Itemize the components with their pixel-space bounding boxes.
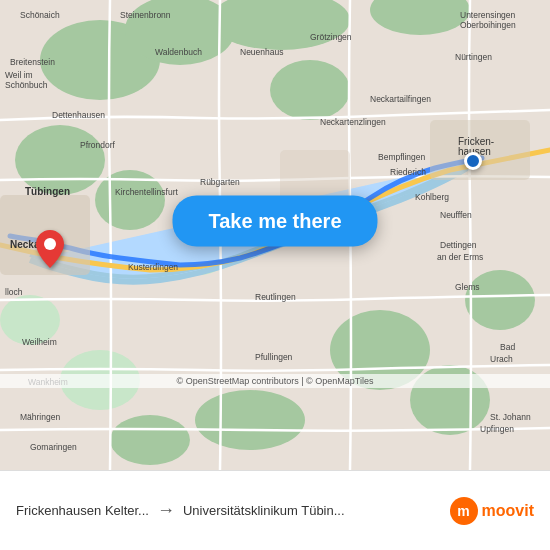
route-from-label: Frickenhausen Kelter... <box>16 503 149 518</box>
svg-text:Schönbuch: Schönbuch <box>5 80 48 90</box>
svg-text:Urach: Urach <box>490 354 513 364</box>
svg-text:Kohlberg: Kohlberg <box>415 192 449 202</box>
svg-rect-18 <box>280 150 350 200</box>
svg-text:Kirchentellinsfurt: Kirchentellinsfurt <box>115 187 178 197</box>
map-attribution: © OpenStreetMap contributors | © OpenMap… <box>0 374 550 388</box>
svg-text:Upfingen: Upfingen <box>480 424 514 434</box>
svg-point-11 <box>465 270 535 330</box>
svg-text:Reutlingen: Reutlingen <box>255 292 296 302</box>
svg-text:Neckartailfingen: Neckartailfingen <box>370 94 431 104</box>
svg-text:Neckartenzlingen: Neckartenzlingen <box>320 117 386 127</box>
svg-text:Oberboihingen: Oberboihingen <box>460 20 516 30</box>
svg-text:Pfrondorf: Pfrondorf <box>80 140 116 150</box>
route-info: Frickenhausen Kelter... → Universitätskl… <box>16 500 450 521</box>
svg-text:lloch: lloch <box>5 287 23 297</box>
svg-point-8 <box>270 60 350 120</box>
svg-text:Schönaich: Schönaich <box>20 10 60 20</box>
route-to-label: Universitätsklinikum Tübin... <box>183 503 345 518</box>
svg-text:Weil im: Weil im <box>5 70 33 80</box>
route-arrow-icon: → <box>157 500 175 521</box>
svg-text:Bempflingen: Bempflingen <box>378 152 426 162</box>
svg-point-5 <box>15 125 105 195</box>
svg-text:Kusterdingen: Kusterdingen <box>128 262 178 272</box>
take-me-there-button[interactable]: Take me there <box>172 195 377 246</box>
moovit-wordmark: moovit <box>482 502 534 520</box>
svg-text:Dettenhausen: Dettenhausen <box>52 110 105 120</box>
svg-text:Breitenstein: Breitenstein <box>10 57 55 67</box>
svg-text:Grötzingen: Grötzingen <box>310 32 352 42</box>
origin-pin <box>464 152 482 170</box>
svg-text:Mähringen: Mähringen <box>20 412 60 422</box>
moovit-logo: m moovit <box>450 497 534 525</box>
svg-point-60 <box>44 238 56 250</box>
svg-text:Weilheim: Weilheim <box>22 337 57 347</box>
svg-text:Riederich: Riederich <box>390 167 426 177</box>
svg-text:Nürtingen: Nürtingen <box>455 52 492 62</box>
svg-text:Rübgarten: Rübgarten <box>200 177 240 187</box>
svg-text:Waldenbuch: Waldenbuch <box>155 47 202 57</box>
destination-pin <box>36 230 64 272</box>
svg-text:Tübingen: Tübingen <box>25 186 70 197</box>
svg-text:Bad: Bad <box>500 342 515 352</box>
svg-text:Steinenbronn: Steinenbronn <box>120 10 171 20</box>
svg-text:Neuenhaus: Neuenhaus <box>240 47 283 57</box>
bottom-info-bar: Frickenhausen Kelter... → Universitätskl… <box>0 470 550 550</box>
svg-text:Unterensingen: Unterensingen <box>460 10 516 20</box>
map-view: Tübingen Fricken- hausen Nürtingen Unter… <box>0 0 550 470</box>
svg-text:Dettingen: Dettingen <box>440 240 477 250</box>
svg-text:Glems: Glems <box>455 282 480 292</box>
svg-text:an der Erms: an der Erms <box>437 252 483 262</box>
svg-text:Gomaringen: Gomaringen <box>30 442 77 452</box>
moovit-icon: m <box>450 497 478 525</box>
svg-point-15 <box>110 415 190 465</box>
svg-point-14 <box>195 390 305 450</box>
svg-text:St. Johann: St. Johann <box>490 412 531 422</box>
svg-text:Neufffen: Neufffen <box>440 210 472 220</box>
svg-text:Pfullingen: Pfullingen <box>255 352 293 362</box>
